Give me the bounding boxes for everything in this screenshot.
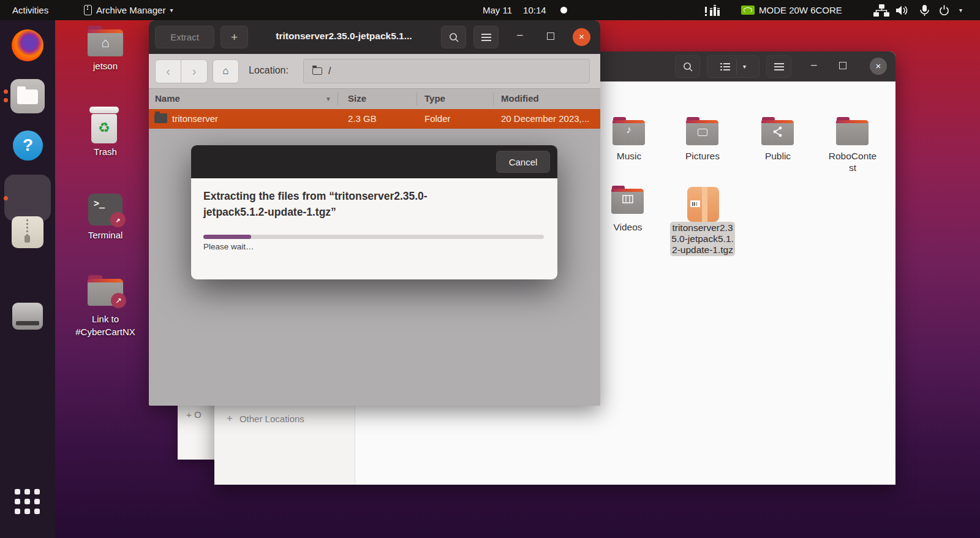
running-indicator-dot bbox=[4, 98, 8, 102]
wired-network-icon bbox=[873, 4, 889, 17]
new-tab-button[interactable]: + bbox=[221, 26, 248, 48]
share-icon bbox=[761, 126, 794, 138]
dock-item-archive-manager[interactable] bbox=[12, 216, 43, 248]
archive-titlebar[interactable]: Extract + tritonserver2.35.0-jetpack5.1.… bbox=[149, 20, 600, 54]
dialog-header: Cancel bbox=[191, 145, 557, 178]
hamburger-icon bbox=[481, 34, 491, 41]
folder-label: Videos bbox=[592, 221, 664, 233]
table-row-selected[interactable]: tritonserver 2.3 GB Folder 20 December 2… bbox=[149, 109, 600, 129]
dock-item-removable-media[interactable] bbox=[12, 303, 43, 330]
folder-videos[interactable] bbox=[611, 189, 644, 214]
search-button[interactable] bbox=[675, 55, 700, 78]
folder-music[interactable]: ♪ bbox=[612, 121, 645, 145]
location-path: / bbox=[328, 66, 331, 77]
search-icon bbox=[448, 32, 459, 43]
screen-record-indicator bbox=[560, 7, 567, 13]
desktop-icon-link-cybercartnx[interactable]: ↗ bbox=[88, 279, 123, 306]
maximize-button[interactable] bbox=[547, 32, 554, 40]
search-button[interactable] bbox=[441, 26, 466, 48]
folder-pictures[interactable] bbox=[686, 121, 718, 145]
list-header: Name ▼ Size Type Modified bbox=[149, 89, 600, 109]
power-indicator[interactable] bbox=[938, 0, 950, 20]
desktop-icon-terminal[interactable]: >_ ↗ bbox=[88, 194, 123, 225]
chevron-down-icon: ▾ bbox=[743, 63, 746, 70]
folder-icon bbox=[312, 67, 322, 75]
power-mode-label: MODE 20W 6CORE bbox=[759, 5, 842, 15]
clock[interactable]: May 11 10:14 bbox=[483, 0, 546, 20]
folder-label: RoboContest bbox=[826, 150, 879, 174]
film-icon bbox=[611, 195, 644, 203]
column-header-modified[interactable]: Modified bbox=[501, 93, 539, 104]
dock-item-files[interactable] bbox=[10, 79, 45, 113]
forward-button[interactable]: › bbox=[181, 59, 208, 83]
archive-app-icon bbox=[84, 5, 92, 15]
folder-label: Public bbox=[742, 150, 814, 162]
chevron-down-icon: ▾ bbox=[170, 7, 173, 13]
column-header-type[interactable]: Type bbox=[424, 93, 445, 104]
divider bbox=[337, 93, 338, 105]
activities-button[interactable]: Activities bbox=[12, 0, 48, 20]
running-indicator-dot bbox=[4, 196, 8, 200]
chevron-down-icon: ▾ bbox=[959, 7, 962, 13]
minimize-button[interactable]: – bbox=[517, 29, 522, 41]
microphone-indicator[interactable] bbox=[919, 0, 930, 20]
show-applications-button[interactable] bbox=[15, 489, 42, 516]
progress-status-text: Please wait… bbox=[203, 242, 254, 251]
column-header-size[interactable]: Size bbox=[348, 93, 366, 104]
volume-indicator[interactable] bbox=[895, 0, 908, 20]
link-arrow-icon: ↗ bbox=[111, 293, 126, 308]
folder-label: Pictures bbox=[666, 150, 739, 162]
microphone-icon bbox=[919, 4, 930, 17]
app-menu-label: Archive Manager bbox=[96, 5, 165, 15]
link-arrow-icon: ↗ bbox=[110, 212, 126, 227]
speaker-icon bbox=[895, 5, 908, 16]
nvidia-logo-icon bbox=[741, 6, 755, 15]
location-input[interactable]: / bbox=[303, 59, 590, 83]
system-menu-chevron[interactable]: ▾ bbox=[959, 0, 962, 20]
archive-file-icon[interactable] bbox=[687, 187, 719, 222]
view-toggle-button[interactable]: ▾ bbox=[707, 55, 760, 78]
folder-icon bbox=[17, 89, 38, 104]
divider bbox=[493, 93, 494, 105]
dock-active-highlight bbox=[4, 175, 51, 221]
dock: ? bbox=[0, 20, 55, 538]
desktop-icon-jetson[interactable]: ⌂ bbox=[88, 30, 123, 56]
menu-button[interactable] bbox=[473, 26, 499, 48]
nvidia-power-mode-indicator[interactable]: MODE 20W 6CORE bbox=[741, 0, 842, 20]
clock-time: 10:14 bbox=[523, 5, 546, 15]
extract-button[interactable]: Extract bbox=[155, 26, 214, 48]
system-monitor-indicator[interactable] bbox=[704, 0, 722, 20]
folder-public[interactable] bbox=[761, 121, 794, 145]
home-icon: ⌂ bbox=[88, 35, 123, 51]
cancel-button[interactable]: Cancel bbox=[496, 151, 550, 173]
dock-item-help[interactable]: ? bbox=[13, 131, 43, 161]
back-button[interactable]: ‹ bbox=[155, 59, 181, 83]
maximize-button[interactable] bbox=[839, 62, 846, 69]
app-menu[interactable]: Archive Manager ▾ bbox=[84, 0, 173, 20]
sidebar-item-other-locations[interactable]: + Other Locations bbox=[227, 412, 304, 425]
search-icon bbox=[682, 61, 693, 72]
desktop-icon-label: Link to #CyberCartNX bbox=[62, 313, 148, 338]
stats-bars-icon bbox=[704, 4, 722, 17]
selected-file-label[interactable]: tritonserver2.35.0-jetpack5.1.2-update-1… bbox=[670, 222, 735, 256]
desktop-icon-label: Terminal bbox=[62, 229, 148, 241]
column-header-name[interactable]: Name bbox=[155, 93, 180, 104]
menu-button[interactable] bbox=[766, 55, 791, 78]
picture-icon bbox=[686, 127, 718, 139]
list-view-icon bbox=[720, 63, 730, 70]
cell-modified: 20 December 2023,... bbox=[501, 113, 589, 124]
home-button[interactable]: ⌂ bbox=[213, 59, 239, 83]
desktop-icon-trash[interactable]: ♻ bbox=[89, 107, 119, 145]
close-button[interactable]: × bbox=[573, 28, 590, 46]
close-button[interactable]: × bbox=[870, 58, 887, 75]
minimize-button[interactable]: – bbox=[811, 59, 816, 71]
clock-date: May 11 bbox=[483, 5, 512, 15]
running-indicator-dot bbox=[4, 89, 8, 94]
divider bbox=[417, 93, 417, 105]
dock-item-firefox[interactable] bbox=[12, 29, 43, 61]
network-indicator[interactable] bbox=[873, 0, 889, 20]
folder-robocontest[interactable] bbox=[836, 121, 869, 145]
background-files-window[interactable]: + O bbox=[178, 406, 214, 460]
cell-size: 2.3 GB bbox=[348, 113, 377, 124]
plus-icon: + bbox=[227, 412, 233, 425]
